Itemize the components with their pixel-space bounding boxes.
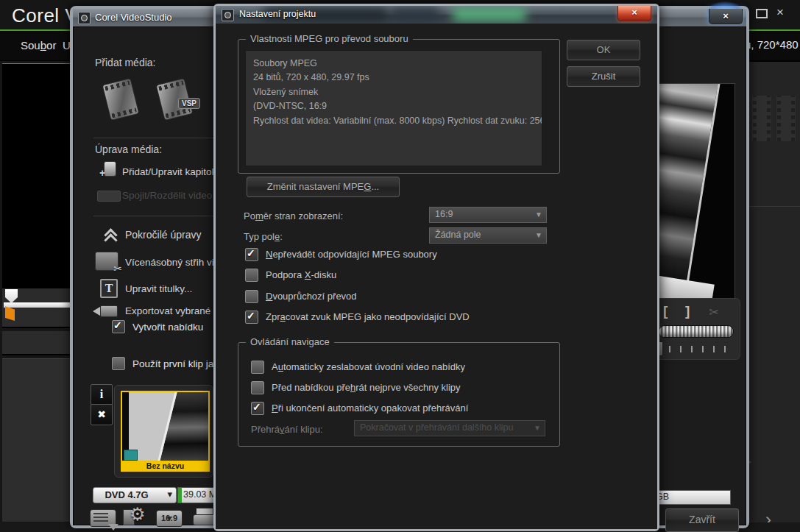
burn-options-button[interactable] bbox=[91, 510, 120, 532]
play-clips-first-label: Před nabídkou přehrát nejprve všechny kl… bbox=[272, 382, 461, 393]
multi-trim-icon: ✂ bbox=[96, 252, 118, 270]
project-settings-button[interactable]: ⚙ bbox=[124, 507, 153, 532]
aspect-ratio-select[interactable]: 16:9 ▼ bbox=[429, 207, 547, 223]
meter-value: 39.03 M bbox=[183, 489, 216, 500]
mpeg-info-line: 24 bitů, 720 x 480, 29.97 fps bbox=[253, 71, 542, 85]
left-subpanel-2 bbox=[2, 358, 70, 522]
video-preview-panel bbox=[2, 63, 70, 289]
dialog-titlebar[interactable]: Nastavení projektu bbox=[216, 6, 657, 24]
printer-icon bbox=[194, 515, 216, 525]
change-mpeg-settings-button[interactable]: Změnit nastavení MPEG... bbox=[247, 177, 400, 197]
two-pass-label: Dvouprůchozí převod bbox=[266, 291, 357, 302]
xdisc-support-checkbox[interactable]: ✓ bbox=[245, 269, 258, 282]
fade-menu-checkbox[interactable]: ✓ bbox=[251, 361, 264, 374]
thumbnail-photo bbox=[154, 391, 210, 464]
cancel-button[interactable]: Zrušit bbox=[567, 66, 640, 87]
maximize-button[interactable] bbox=[756, 9, 768, 18]
add-video-button[interactable] bbox=[98, 80, 142, 121]
disc-format-value: DVD 4.7G bbox=[93, 488, 160, 502]
delete-button[interactable]: ✖ bbox=[91, 404, 113, 425]
disc-space-bar: GB bbox=[651, 490, 731, 505]
jog-wheel[interactable] bbox=[659, 325, 734, 338]
create-menu-checkbox[interactable]: ✓ bbox=[112, 320, 125, 333]
add-media-heading: Přidat média: bbox=[95, 57, 155, 68]
glass-blur-decoration bbox=[391, 7, 439, 21]
filmstrip-icon bbox=[103, 79, 138, 120]
aspect-ratio-value: 16:9 bbox=[435, 209, 530, 219]
mark-in-button[interactable]: [ bbox=[663, 303, 668, 319]
timeline-track[interactable] bbox=[4, 302, 70, 308]
disc-format-select[interactable]: DVD 4.7G ▾ bbox=[93, 487, 177, 503]
aspect-ratio-label: Poměr stran zobrazení: bbox=[244, 210, 343, 221]
project-resolution-label: u, 720*480 bbox=[745, 38, 799, 51]
project-settings-dialog: Nastavení projektu × Vlastnosti MPEG pro… bbox=[213, 4, 659, 531]
no-reconvert-checkbox[interactable]: ✓ bbox=[245, 248, 258, 261]
check-icon: ✓ bbox=[247, 247, 255, 259]
timeline-panel bbox=[2, 288, 70, 328]
two-pass-checkbox[interactable]: ✓ bbox=[245, 290, 258, 303]
edit-titles-icon: T bbox=[100, 279, 118, 298]
check-icon: ✓ bbox=[247, 310, 255, 322]
meter-fill bbox=[178, 488, 182, 503]
cut-clip-button[interactable]: ✂ bbox=[709, 305, 719, 320]
aspect-ratio-button[interactable]: 16:9 ▾ bbox=[157, 511, 186, 532]
screen: Corel Vid – × Soubor U u, 720*480 ▶ › Co… bbox=[0, 0, 800, 532]
clip-playback-select: Pokračovat v přehrávání dalšího klipu ▼ bbox=[354, 420, 545, 436]
clip-playback-value: Pokračovat v přehrávání dalšího klipu bbox=[360, 422, 528, 433]
chevron-down-icon: ▾ bbox=[157, 511, 182, 526]
menu-thumbnail-image bbox=[121, 391, 210, 464]
sidebar-item-split-video: Spojit/Rozdělit video bbox=[122, 190, 212, 201]
first-clip-checkbox[interactable]: ✓ bbox=[112, 357, 125, 370]
edit-media-heading: Úprava média: bbox=[95, 143, 162, 155]
mark-out-button[interactable]: ] bbox=[685, 303, 690, 319]
chevron-down-icon: ▼ bbox=[534, 424, 541, 432]
chevron-down-icon: ▾ bbox=[167, 489, 172, 500]
loop-playback-label: Při ukončení automaticky opakovat přehrá… bbox=[272, 402, 468, 414]
info-button[interactable]: i bbox=[91, 384, 113, 405]
glass-blur-decoration bbox=[453, 7, 526, 21]
loop-playback-checkbox[interactable]: ✓ bbox=[251, 402, 264, 415]
filmstrip-watermark-icon bbox=[752, 96, 771, 141]
field-type-select[interactable]: Žádná pole ▼ bbox=[429, 227, 547, 244]
field-type-label: Typ pole: bbox=[244, 231, 283, 242]
videostudio-close-button[interactable]: × bbox=[709, 9, 743, 24]
sidebar-item-advanced-edit[interactable]: Pokročilé úpravy bbox=[125, 229, 202, 241]
mpeg-info-line: Rychlost dat videa: Variabilní (max. 800… bbox=[253, 114, 542, 128]
export-arrow-icon bbox=[93, 307, 100, 316]
check-icon: ✓ bbox=[113, 319, 122, 331]
printer-paper-icon bbox=[197, 508, 213, 515]
sidebar-item-export-clips[interactable]: Exportovat vybrané kli bbox=[125, 305, 223, 316]
mpeg-info-box: Soubory MPEG 24 bitů, 720 x 480, 29.97 f… bbox=[245, 50, 542, 166]
ok-button[interactable]: OK bbox=[567, 40, 640, 60]
trim-slider-ticks bbox=[669, 346, 732, 352]
dialog-close-button[interactable]: × bbox=[617, 6, 651, 21]
close-window-button[interactable]: Zavřít bbox=[665, 508, 739, 532]
clip-playback-label: Přehrávání klipu: bbox=[251, 424, 323, 435]
dialog-body: Vlastnosti MPEG pro převod souboru Soubo… bbox=[216, 24, 657, 529]
menu-thumbnail-card[interactable]: Bez názvu bbox=[114, 385, 213, 478]
videostudio-window-title: Corel VideoStudio bbox=[95, 12, 172, 23]
vsp-badge: VSP bbox=[178, 98, 200, 109]
fade-menu-label: Automaticky zeslabovat úvodní video nabí… bbox=[272, 361, 465, 372]
mpeg-group-legend: Vlastnosti MPEG pro převod souboru bbox=[246, 33, 413, 44]
list-export-icon bbox=[91, 510, 116, 526]
sidebar-item-multi-trim[interactable]: Vícenásobný střih vide bbox=[125, 257, 225, 268]
chevron-down-icon: ▼ bbox=[535, 231, 542, 239]
field-type-value: Žádná pole bbox=[435, 230, 530, 240]
sidebar-item-edit-titles[interactable]: Upravit titulky... bbox=[125, 283, 192, 294]
play-clips-first-checkbox[interactable]: ✓ bbox=[251, 381, 264, 394]
left-subpanel bbox=[2, 331, 70, 355]
add-vsp-project-button[interactable]: VSP bbox=[152, 80, 196, 121]
sidebar-item-add-chapter[interactable]: Přidat/Upravit kapitolu bbox=[122, 166, 219, 177]
thumbnail-caption: Bez názvu bbox=[121, 461, 210, 472]
gear-icon: ⚙ bbox=[130, 506, 146, 523]
xdisc-support-label: Podpora X-disku bbox=[266, 269, 336, 280]
preview-image-panel bbox=[654, 83, 735, 299]
playhead-marker[interactable] bbox=[5, 289, 18, 303]
add-chapter-icon bbox=[105, 162, 116, 176]
audio-nonconform-checkbox[interactable]: ✓ bbox=[245, 311, 258, 324]
split-video-icon bbox=[97, 191, 121, 202]
menu-file[interactable]: Soubor bbox=[21, 39, 56, 52]
preview-photo bbox=[654, 83, 721, 299]
close-button[interactable]: × bbox=[776, 6, 784, 19]
